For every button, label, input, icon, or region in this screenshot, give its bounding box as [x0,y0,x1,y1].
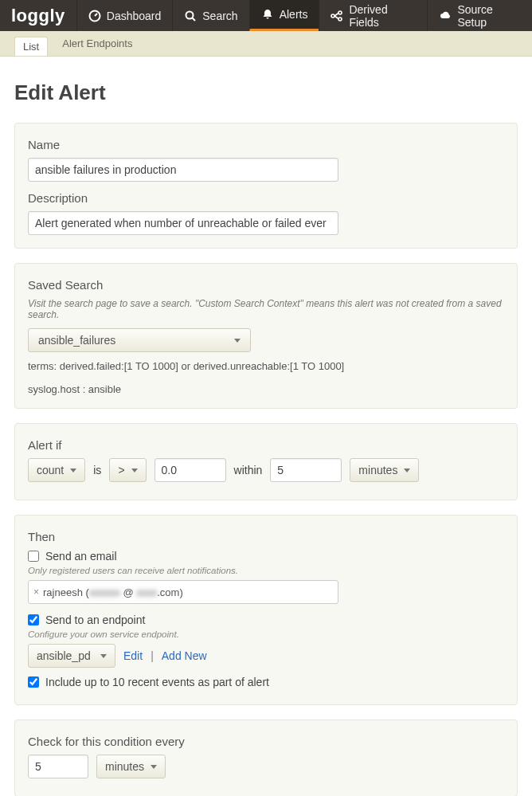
chevron-down-icon [131,469,138,473]
desc-input[interactable] [28,211,338,235]
saved-hint: Visit the search page to save a search. … [28,298,504,320]
page-title: Edit Alert [14,80,518,105]
unit-dropdown[interactable]: minutes [350,458,419,482]
svg-point-5 [338,18,342,21]
nav-search-label: Search [202,10,237,22]
saved-search-card: Saved Search Visit the search page to sa… [14,263,518,409]
dashboard-icon [88,10,101,22]
include-events-label: Include up to 10 recent events as part o… [45,676,269,688]
svg-point-3 [331,14,334,18]
email-recipients-input[interactable]: × rajneesh (xxxxxx @ xxxx.com) [28,580,338,604]
check-value-input[interactable] [28,755,88,778]
terms-text: terms: derived.failed:[1 TO 1000] or der… [28,360,504,372]
chevron-down-icon [100,654,107,658]
endpoint-dropdown[interactable]: ansible_pd [28,644,115,668]
chevron-down-icon [70,469,76,473]
saved-label: Saved Search [28,278,504,292]
nav-derived-label: Derived Fields [349,3,416,29]
nav-source[interactable]: Source Setup [427,0,532,31]
chevron-down-icon [234,339,241,343]
within-text: within [234,464,263,476]
tab-endpoints[interactable]: Alert Endpoints [62,37,132,49]
saved-search-dropdown[interactable]: ansible_failures [28,328,251,352]
bell-icon [261,8,274,21]
op-dropdown[interactable]: > [109,458,146,482]
window-input[interactable] [270,458,342,482]
email-hint: Only registered users can receive alert … [28,566,504,575]
endpoint-hint: Configure your own service endpoint. [28,629,504,639]
saved-search-selected: ansible_failures [38,334,115,347]
svg-line-2 [193,18,196,21]
name-input[interactable] [28,158,338,182]
alert-if-card: Alert if count is > within minutes [14,423,518,500]
name-desc-card: Name Description [14,123,518,249]
desc-label: Description [28,191,504,205]
derived-icon [331,10,343,22]
nav-derived[interactable]: Derived Fields [319,0,427,31]
search-icon [184,10,197,22]
add-endpoint-link[interactable]: Add New [162,649,207,662]
send-email-label: Send an email [45,550,117,563]
check-label: Check for this condition every [28,735,504,748]
alertif-label: Alert if [28,438,504,452]
tab-list[interactable]: List [14,37,48,56]
recipient-tag[interactable]: × rajneesh (xxxxxx @ xxxx.com) [33,586,183,598]
svg-line-6 [334,13,338,16]
brand-logo: loggly [0,0,76,31]
is-text: is [93,464,101,476]
edit-endpoint-link[interactable]: Edit [123,649,143,662]
chevron-down-icon [151,765,157,769]
svg-point-1 [186,11,194,18]
page: Edit Alert Name Description Saved Search… [0,57,532,796]
nav-dashboard-label: Dashboard [107,10,162,22]
chevron-down-icon [404,469,410,473]
separator: | [151,649,154,662]
name-label: Name [28,138,504,151]
top-nav: loggly Dashboard Search Alerts Derived F… [0,0,532,31]
cloud-icon [439,10,452,22]
send-endpoint-checkbox[interactable] [28,614,39,625]
threshold-input[interactable] [155,458,226,482]
agg-dropdown[interactable]: count [28,458,85,482]
sub-nav: List Alert Endpoints [0,31,532,57]
send-email-checkbox[interactable] [28,551,39,562]
nav-alerts[interactable]: Alerts [249,0,319,31]
nav-source-label: Source Setup [457,3,521,29]
nav-dashboard[interactable]: Dashboard [76,0,173,31]
then-card: Then Send an email Only registered users… [14,515,518,705]
svg-point-4 [338,11,342,14]
nav-search[interactable]: Search [172,0,248,31]
send-endpoint-label: Send to an endpoint [45,614,145,626]
check-unit-dropdown[interactable]: minutes [96,755,166,778]
check-card: Check for this condition every minutes [14,720,518,796]
include-events-checkbox[interactable] [28,676,39,688]
nav-alerts-label: Alerts [280,8,308,21]
then-label: Then [28,530,504,543]
remove-tag-icon[interactable]: × [33,586,39,598]
syslog-text: syslog.host : ansible [28,383,504,395]
svg-line-7 [334,16,338,19]
